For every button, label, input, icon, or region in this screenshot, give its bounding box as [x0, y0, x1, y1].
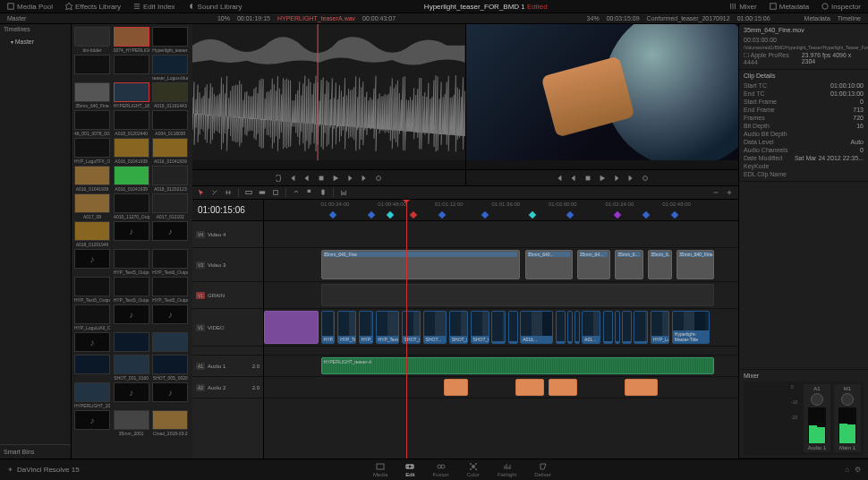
clip[interactable]: SHOT_0... [471, 311, 489, 344]
clip[interactable]: HYP_Text5_Outp... [376, 311, 400, 344]
tab-inspector[interactable]: Inspector [818, 3, 864, 11]
clip[interactable]: HYP... [321, 311, 336, 344]
track-v4[interactable] [264, 221, 738, 248]
tab-effects-library[interactable]: Effects Library [62, 3, 124, 11]
clip-thumbnail[interactable]: ♪ [152, 304, 188, 330]
clip-thumbnail[interactable]: A018_01202123 [152, 166, 188, 192]
clip[interactable]: 35mm_640_Fine [677, 250, 714, 279]
clip[interactable]: SHOT... [423, 311, 447, 344]
prev-icon[interactable] [287, 173, 298, 184]
step-fwd-icon[interactable] [345, 173, 355, 184]
clip-thumbnail[interactable]: HYP_Text5_Outpu [74, 277, 110, 303]
marker[interactable] [410, 211, 417, 219]
marker[interactable] [671, 211, 678, 219]
prev-icon[interactable] [554, 173, 565, 184]
clip-thumbnail[interactable]: ♪ [114, 221, 149, 247]
tree-master[interactable]: Master [0, 37, 71, 47]
marker[interactable] [642, 211, 650, 219]
play-icon[interactable] [597, 173, 608, 184]
next-icon[interactable] [625, 173, 636, 184]
clip[interactable]: A016... [520, 311, 553, 344]
page-fusion[interactable]: Fusion [433, 462, 449, 477]
clip[interactable]: 35mm_6... [615, 250, 643, 279]
next-icon[interactable] [359, 173, 370, 184]
clip-thumbnail[interactable] [74, 55, 110, 81]
tab-sound-library[interactable]: Sound Library [184, 3, 246, 11]
clip-thumbnail[interactable]: HYP_LogoLtAll_Out [74, 304, 110, 330]
smart-bins[interactable]: Smart Bins [0, 444, 71, 459]
clip-thumbnail[interactable]: A018_01201949 [74, 221, 110, 247]
source-scrubber[interactable] [192, 160, 465, 169]
clip-thumbnail[interactable]: SHOT_005_0020 [152, 355, 188, 381]
clip-thumbnail[interactable]: Hyperlight_teaser... [152, 27, 188, 53]
step-fwd-icon[interactable] [611, 173, 622, 184]
stop-icon[interactable] [583, 173, 593, 184]
snap-icon[interactable] [338, 187, 349, 198]
clip[interactable] [574, 311, 580, 344]
tab-media-pool[interactable]: Media Pool [4, 3, 56, 11]
tracks-area[interactable]: 01:00:24:0001:00:48:0001:01:12:0001:01:3… [264, 200, 738, 459]
track-header-video[interactable]: V1VIDEO [192, 309, 263, 347]
clip-thumbnail[interactable]: A016_01041939 [114, 166, 149, 192]
breadcrumb-master[interactable]: Master [4, 15, 30, 21]
clip-thumbnail[interactable] [74, 355, 110, 381]
marker[interactable] [329, 211, 336, 219]
clip[interactable] [615, 311, 620, 344]
clip-thumbnail[interactable]: A016_01041939 [74, 166, 110, 192]
insert-icon[interactable] [243, 187, 254, 198]
clip-thumbnail[interactable]: HYP_Text5_Outpu [114, 277, 149, 303]
timeline-tab[interactable]: Timeline [834, 15, 864, 21]
clip[interactable]: HYP_Text1... [359, 311, 373, 344]
track-a1[interactable]: HYPERLIGHT_teaser-A [264, 356, 738, 377]
clip-thumbnail[interactable] [114, 332, 149, 353]
arrow-tool-icon[interactable] [196, 187, 207, 198]
mixer-channel-a1[interactable]: A1 Audio 1 [804, 384, 830, 452]
clip-thumbnail[interactable]: A010_11270_Outpu [114, 193, 149, 219]
home-icon[interactable]: ⌂ [845, 466, 849, 474]
program-scrubber[interactable] [466, 160, 739, 169]
source-waveform[interactable] [192, 24, 465, 160]
loop2-icon[interactable] [373, 173, 384, 184]
page-deliver[interactable]: Deliver [534, 462, 551, 477]
clip-thumbnail[interactable]: ♪ [74, 410, 110, 436]
clip-thumbnail[interactable]: ♪ [152, 221, 188, 247]
clip-thumbnail[interactable]: bin-folder [74, 27, 110, 53]
pan-knob[interactable] [811, 393, 823, 406]
clip-thumbnail[interactable]: A018_01202440 [114, 110, 149, 136]
track-v3[interactable]: 35mm_640_Fine35mm_640...35mm_64...35mm_6… [264, 248, 738, 282]
tab-metadata[interactable]: Metadata [766, 3, 813, 11]
clip[interactable] [549, 379, 577, 396]
loop-icon[interactable] [640, 173, 651, 184]
clip[interactable]: 35mm_64... [577, 250, 610, 279]
clip-thumbnail[interactable]: ♪ [74, 332, 110, 353]
stop-icon[interactable] [316, 173, 327, 184]
step-back-icon[interactable] [568, 173, 579, 184]
clip-thumbnail[interactable]: 0074_HYPERLIGHT... [114, 27, 149, 53]
clip-thumbnail[interactable]: A016_01041939 [152, 138, 188, 164]
program-preview[interactable] [466, 24, 739, 160]
link-icon[interactable] [291, 187, 302, 198]
clip[interactable] [515, 379, 544, 396]
settings-icon[interactable]: ⚙ [855, 466, 861, 474]
clip-thumbnail[interactable]: 35mm_640_Fine [74, 82, 110, 108]
clip[interactable] [567, 311, 573, 344]
clip-thumbnail[interactable]: A017_012102 [152, 193, 188, 219]
clip-thumbnail[interactable]: A016_01041939 [114, 138, 149, 164]
clip-thumbnail[interactable]: ♪ [74, 249, 110, 275]
page-color[interactable]: Color [467, 462, 480, 477]
clip-thumbnail[interactable]: HYPERLIGHT_180... [114, 82, 149, 108]
loop-icon[interactable] [273, 173, 284, 184]
clip[interactable]: HYP_Lo... [651, 311, 669, 344]
media-pool[interactable]: bin-folder0074_HYPERLIGHT...Hyperlight_t… [72, 24, 192, 459]
clip-thumbnail[interactable]: ♪ [114, 382, 149, 408]
clip-thumbnail[interactable]: Cined_2018-03-2 [152, 410, 188, 436]
clip[interactable] [491, 311, 506, 344]
metadata-tab[interactable]: Metadata [801, 15, 834, 21]
page-fairlight[interactable]: Fairlight [498, 462, 516, 477]
step-back-icon[interactable] [302, 173, 312, 184]
clip-thumbnail[interactable]: HYP_Text6_Outpu [152, 249, 188, 275]
clip-thumbnail[interactable]: 46_001_0078_001 [74, 110, 110, 136]
pan-knob[interactable] [841, 393, 854, 406]
clip-thumbnail[interactable]: SHOT_001_0160 [114, 355, 149, 381]
track-header-v4[interactable]: V4Video 4 [192, 221, 263, 248]
